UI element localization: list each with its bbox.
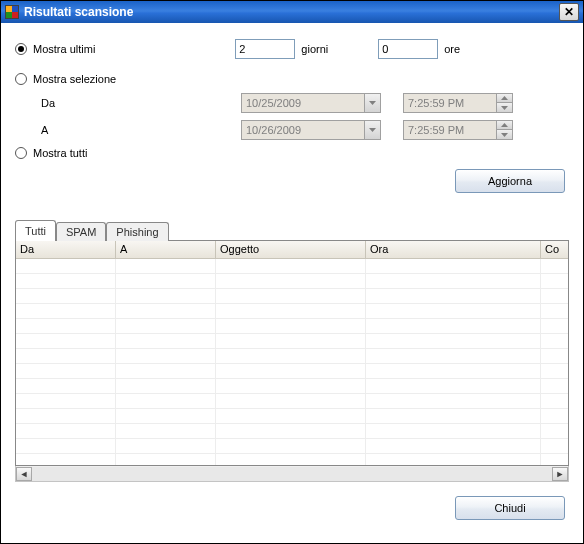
scroll-left-icon[interactable]: ◄ <box>16 467 32 481</box>
table-row <box>16 454 568 465</box>
svg-marker-1 <box>501 96 508 100</box>
radio-dot-icon <box>15 43 27 55</box>
refresh-button[interactable]: Aggiorna <box>455 169 565 193</box>
tab-all[interactable]: Tutti <box>15 220 56 241</box>
scroll-track[interactable] <box>32 467 552 481</box>
chevron-down-icon <box>364 94 380 112</box>
titlebar: Risultati scansione ✕ <box>1 1 583 23</box>
table-row <box>16 289 568 304</box>
close-button[interactable]: Chiudi <box>455 496 565 520</box>
table-row <box>16 424 568 439</box>
table-row <box>16 259 568 274</box>
table-row <box>16 409 568 424</box>
spin-up-icon[interactable] <box>497 121 512 130</box>
results-grid: Da A Oggetto Ora Co <box>15 240 569 466</box>
radio-show-selection-label: Mostra selezione <box>33 73 116 85</box>
client-area: Mostra ultimi giorni ore Mostra selezion… <box>1 23 583 543</box>
spinner-buttons <box>496 121 512 139</box>
tab-spam[interactable]: SPAM <box>56 222 106 241</box>
grid-body <box>16 259 568 465</box>
radio-show-all[interactable]: Mostra tutti <box>15 147 569 159</box>
svg-marker-3 <box>369 128 376 132</box>
table-row <box>16 394 568 409</box>
grid-header: Da A Oggetto Ora Co <box>16 241 568 259</box>
from-time-spinner[interactable]: 7:25:59 PM <box>403 93 513 113</box>
to-date-value: 10/26/2009 <box>242 124 364 136</box>
svg-marker-5 <box>501 133 508 137</box>
radio-show-all-label: Mostra tutti <box>33 147 87 159</box>
table-row <box>16 334 568 349</box>
radio-empty-icon <box>15 73 27 85</box>
col-to[interactable]: A <box>116 241 216 258</box>
table-row <box>16 379 568 394</box>
col-time[interactable]: Ora <box>366 241 541 258</box>
scroll-right-icon[interactable]: ► <box>552 467 568 481</box>
from-date-combo[interactable]: 10/25/2009 <box>241 93 381 113</box>
chevron-down-icon <box>364 121 380 139</box>
to-time-spinner[interactable]: 7:25:59 PM <box>403 120 513 140</box>
hours-input[interactable] <box>378 39 438 59</box>
col-subject[interactable]: Oggetto <box>216 241 366 258</box>
table-row <box>16 274 568 289</box>
days-input[interactable] <box>235 39 295 59</box>
from-date-value: 10/25/2009 <box>242 97 364 109</box>
radio-show-last[interactable]: Mostra ultimi <box>15 43 95 55</box>
to-label: A <box>41 124 241 136</box>
svg-marker-0 <box>369 101 376 105</box>
table-row <box>16 364 568 379</box>
radio-empty-icon <box>15 147 27 159</box>
radio-show-last-label: Mostra ultimi <box>33 43 95 55</box>
to-time-value: 7:25:59 PM <box>404 124 496 136</box>
svg-marker-4 <box>501 123 508 127</box>
col-from[interactable]: Da <box>16 241 116 258</box>
window-title: Risultati scansione <box>24 5 133 19</box>
from-time-value: 7:25:59 PM <box>404 97 496 109</box>
table-row <box>16 304 568 319</box>
spin-down-icon[interactable] <box>497 103 512 112</box>
tab-phishing[interactable]: Phishing <box>106 222 168 241</box>
close-icon[interactable]: ✕ <box>559 3 579 21</box>
tabs: Tutti SPAM Phishing <box>15 222 569 241</box>
hours-label: ore <box>444 43 460 55</box>
table-row <box>16 319 568 334</box>
spin-up-icon[interactable] <box>497 94 512 103</box>
table-row <box>16 439 568 454</box>
svg-marker-2 <box>501 106 508 110</box>
horizontal-scrollbar[interactable]: ◄ ► <box>15 466 569 482</box>
table-row <box>16 349 568 364</box>
spin-down-icon[interactable] <box>497 130 512 139</box>
days-label: giorni <box>301 43 328 55</box>
spinner-buttons <box>496 94 512 112</box>
from-label: Da <box>41 97 241 109</box>
col-extra[interactable]: Co <box>541 241 568 258</box>
radio-show-selection[interactable]: Mostra selezione <box>15 73 569 85</box>
app-icon <box>5 5 19 19</box>
to-date-combo[interactable]: 10/26/2009 <box>241 120 381 140</box>
